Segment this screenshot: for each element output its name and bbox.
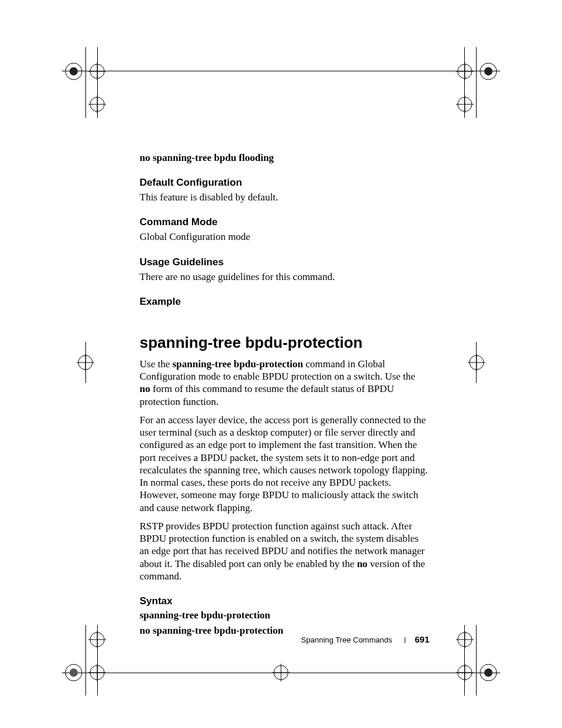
text-usage-guidelines: There are no usage guidelines for this c…	[140, 271, 428, 283]
registration-mark-icon	[478, 61, 498, 81]
registration-mark-icon	[87, 630, 107, 650]
heading-example: Example	[140, 296, 428, 308]
paragraph-rstp: RSTP provides BPDU protection function a…	[140, 520, 428, 582]
crop-line	[62, 71, 500, 71]
registration-mark-icon	[455, 94, 475, 114]
heading-default-configuration: Default Configuration	[140, 177, 428, 189]
text-command-mode: Global Configuration mode	[140, 230, 428, 243]
svg-point-23	[70, 668, 78, 677]
text-default-configuration: This feature is disabled by default.	[140, 191, 428, 203]
text-run: Use the	[140, 358, 173, 370]
crop-line	[476, 625, 477, 696]
text-bold-command: spanning-tree bpdu-protection	[173, 358, 303, 370]
syntax-on: spanning-tree bpdu-protection	[140, 610, 428, 621]
crop-line	[476, 47, 477, 118]
crop-line	[85, 47, 86, 118]
registration-mark-icon	[87, 94, 107, 114]
registration-mark-icon	[467, 353, 487, 373]
svg-point-37	[484, 668, 492, 677]
heading-usage-guidelines: Usage Guidelines	[140, 256, 428, 268]
heading-syntax: Syntax	[140, 595, 428, 607]
page: no spanning-tree bpdu flooding Default C…	[0, 0, 562, 728]
footer-page-number: 691	[415, 634, 429, 644]
registration-mark-icon	[455, 61, 475, 81]
content-column: no spanning-tree bpdu flooding Default C…	[140, 152, 428, 640]
page-footer: Spanning Tree Commands 691	[301, 634, 429, 644]
heading-command-mode: Command Mode	[140, 216, 428, 228]
registration-mark-icon	[87, 61, 107, 81]
topic-heading: spanning-tree bpdu-protection	[140, 334, 428, 352]
footer-separator	[405, 637, 405, 643]
registration-mark-icon	[455, 630, 475, 650]
registration-mark-icon	[271, 663, 291, 683]
registration-mark-icon	[75, 353, 95, 373]
svg-point-12	[484, 67, 492, 75]
registration-mark-icon	[87, 663, 107, 683]
paragraph-access-layer: For an access layer device, the access p…	[140, 414, 428, 514]
paragraph-intro: Use the spanning-tree bpdu-protection co…	[140, 358, 428, 408]
text-bold-no: no	[357, 558, 368, 569]
registration-mark-icon	[478, 663, 498, 683]
registration-mark-icon	[64, 61, 84, 81]
footer-section-title: Spanning Tree Commands	[301, 635, 392, 644]
svg-point-1	[70, 67, 78, 75]
registration-mark-icon	[64, 663, 84, 683]
text-run: form of this command to resume the defau…	[140, 383, 394, 407]
syntax-no-flooding: no spanning-tree bpdu flooding	[140, 152, 428, 164]
registration-mark-icon	[455, 663, 475, 683]
crop-line	[85, 625, 86, 696]
text-bold-no: no	[140, 383, 150, 394]
